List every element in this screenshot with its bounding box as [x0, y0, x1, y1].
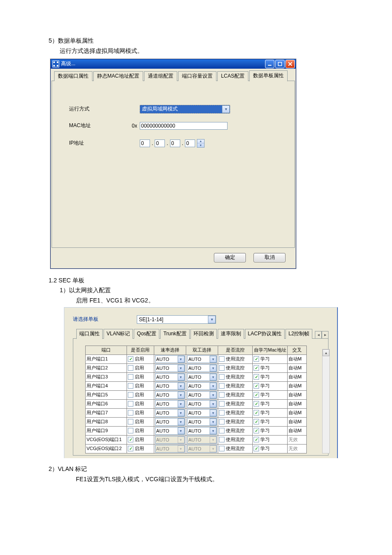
rate-select[interactable]: AUTO▾ — [155, 409, 185, 417]
chevron-down-icon[interactable]: ▾ — [210, 374, 216, 381]
chevron-down-icon[interactable]: ▾ — [178, 392, 184, 398]
flow-checkbox[interactable] — [219, 374, 225, 380]
enable-checkbox[interactable] — [128, 428, 133, 433]
chevron-down-icon[interactable]: ▾ — [178, 356, 184, 363]
enable-checkbox[interactable] — [128, 392, 133, 398]
chevron-down-icon[interactable]: ▾ — [210, 427, 216, 434]
table-scrollbar[interactable]: ▴ — [322, 349, 330, 453]
col-header[interactable]: 端口 — [86, 346, 127, 355]
learn-checkbox[interactable] — [254, 356, 259, 362]
duplex-select[interactable]: AUTO▾ — [187, 364, 217, 372]
enable-checkbox[interactable] — [128, 401, 133, 407]
board-select[interactable]: SE[1-1-14] ▾ — [137, 315, 216, 324]
duplex-select[interactable]: AUTO▾ — [187, 391, 217, 399]
rate-select[interactable]: AUTO▾ — [155, 364, 185, 372]
port-tab-0[interactable]: 端口属性 — [76, 329, 103, 339]
flow-checkbox[interactable] — [219, 356, 225, 362]
port-tab-6[interactable]: LACP协议属性 — [245, 329, 285, 339]
cancel-button[interactable]: 取消 — [254, 253, 285, 262]
chevron-down-icon[interactable]: ▾ — [210, 392, 216, 398]
col-header[interactable]: 速率选择 — [154, 346, 186, 355]
learn-checkbox[interactable] — [254, 419, 259, 424]
col-header[interactable]: 是否启用 — [127, 346, 154, 355]
chevron-down-icon[interactable]: ▾ — [222, 105, 230, 113]
tab-0[interactable]: 数据端口属性 — [54, 71, 92, 81]
duplex-select[interactable]: AUTO▾ — [187, 382, 217, 390]
chevron-down-icon[interactable]: ▾ — [210, 356, 216, 363]
port-tab-7[interactable]: L2控制帧 — [285, 329, 312, 339]
rate-select[interactable]: AUTO▾ — [155, 391, 185, 399]
chevron-down-icon[interactable]: ▾ — [210, 410, 216, 416]
ip-octet-3[interactable] — [170, 139, 180, 147]
col-header[interactable]: 交叉 — [287, 346, 306, 355]
tab-scroll-right-icon[interactable]: ▸ — [322, 331, 329, 339]
learn-checkbox[interactable] — [254, 401, 259, 407]
minimize-icon[interactable] — [265, 60, 274, 68]
titlebar[interactable]: 高级... — [51, 59, 296, 69]
chevron-down-icon[interactable]: ▾ — [210, 383, 216, 389]
chevron-down-icon[interactable]: ▾ — [178, 427, 184, 434]
tab-5[interactable]: 数据单板属性 — [249, 70, 288, 81]
enable-checkbox[interactable] — [128, 356, 133, 362]
duplex-select[interactable]: AUTO▾ — [187, 400, 217, 408]
learn-checkbox[interactable] — [254, 383, 259, 389]
tab-2[interactable]: 通道组配置 — [144, 71, 177, 81]
tab-4[interactable]: LCAS配置 — [217, 71, 248, 81]
rate-select[interactable]: AUTO▾ — [155, 427, 185, 435]
enable-checkbox[interactable] — [128, 419, 133, 424]
tab-1[interactable]: 静态MAC地址配置 — [93, 71, 143, 81]
port-tab-3[interactable]: Trunk配置 — [160, 329, 189, 339]
learn-checkbox[interactable] — [254, 446, 259, 451]
ip-octet-2[interactable] — [155, 139, 165, 147]
learn-checkbox[interactable] — [254, 410, 259, 416]
ok-button[interactable]: 确定 — [214, 253, 246, 262]
chevron-down-icon[interactable]: ▾ — [178, 365, 184, 372]
flow-checkbox[interactable] — [219, 392, 225, 398]
chevron-down-icon[interactable]: ▾ — [178, 418, 184, 425]
ip-octet-1[interactable] — [140, 139, 150, 147]
chevron-down-icon[interactable]: ▾ — [178, 401, 184, 407]
rate-select[interactable]: AUTO▾ — [155, 355, 185, 363]
chevron-down-icon[interactable]: ▾ — [178, 410, 184, 416]
tab-scroll-left-icon[interactable]: ◂ — [315, 331, 322, 339]
chevron-down-icon[interactable]: ▾ — [210, 418, 216, 425]
scroll-up-icon[interactable]: ▴ — [323, 349, 329, 356]
duplex-select[interactable]: AUTO▾ — [187, 409, 217, 417]
duplex-select[interactable]: AUTO▾ — [187, 427, 217, 435]
enable-checkbox[interactable] — [128, 446, 133, 451]
flow-checkbox[interactable] — [219, 419, 225, 424]
ip-spinner[interactable]: ▲ ▼ — [197, 139, 205, 148]
tab-3[interactable]: 端口容量设置 — [178, 71, 216, 81]
flow-checkbox[interactable] — [219, 428, 225, 433]
learn-checkbox[interactable] — [254, 374, 259, 380]
chevron-down-icon[interactable]: ▾ — [210, 365, 216, 372]
rate-select[interactable]: AUTO▾ — [155, 382, 185, 390]
learn-checkbox[interactable] — [254, 428, 259, 433]
col-header[interactable]: 自学习Mac地址 — [253, 346, 287, 355]
duplex-select[interactable]: AUTO▾ — [187, 355, 217, 363]
enable-checkbox[interactable] — [128, 410, 133, 416]
port-tab-5[interactable]: 速率限制 — [218, 329, 244, 339]
learn-checkbox[interactable] — [254, 392, 259, 398]
chevron-down-icon[interactable]: ▾ — [178, 374, 184, 381]
rate-select[interactable]: AUTO▾ — [155, 373, 185, 381]
enable-checkbox[interactable] — [128, 437, 133, 442]
chevron-down-icon[interactable]: ▾ — [178, 383, 184, 389]
rate-select[interactable]: AUTO▾ — [155, 400, 185, 408]
spin-up-icon[interactable]: ▲ — [197, 139, 204, 144]
chevron-down-icon[interactable]: ▾ — [208, 316, 216, 323]
ip-octet-4[interactable] — [185, 139, 195, 147]
flow-checkbox[interactable] — [219, 446, 225, 451]
spin-down-icon[interactable]: ▼ — [197, 143, 204, 147]
close-icon[interactable] — [285, 60, 295, 68]
learn-checkbox[interactable] — [254, 365, 259, 371]
flow-checkbox[interactable] — [219, 437, 225, 442]
chevron-down-icon[interactable]: ▾ — [210, 401, 216, 407]
flow-checkbox[interactable] — [219, 401, 225, 407]
rate-select[interactable]: AUTO▾ — [155, 418, 185, 426]
col-header[interactable]: 是否流控 — [218, 346, 253, 355]
port-tab-2[interactable]: Qos配置 — [134, 329, 159, 339]
maximize-icon[interactable] — [275, 60, 285, 68]
mac-input[interactable] — [140, 122, 228, 130]
col-header[interactable]: 双工选择 — [186, 346, 218, 355]
